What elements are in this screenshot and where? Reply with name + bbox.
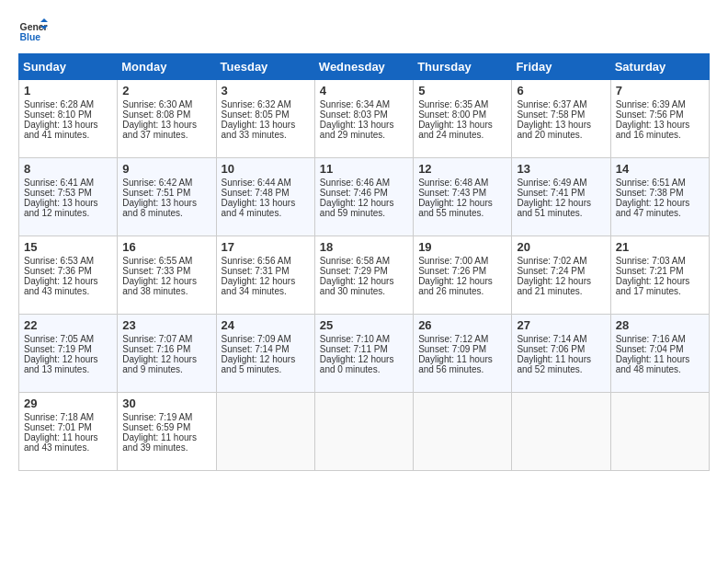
daylight-text: Daylight: 12 hours and 38 minutes. bbox=[122, 276, 197, 296]
day-number: 9 bbox=[122, 162, 210, 176]
sunset-text: Sunset: 7:38 PM bbox=[616, 188, 684, 198]
sunset-text: Sunset: 7:48 PM bbox=[222, 188, 290, 198]
calendar-cell: 18 Sunrise: 6:58 AM Sunset: 7:29 PM Dayl… bbox=[314, 236, 413, 315]
day-number: 18 bbox=[320, 240, 408, 254]
day-number: 13 bbox=[517, 162, 605, 176]
day-number: 28 bbox=[616, 318, 704, 332]
daylight-text: Daylight: 12 hours and 5 minutes. bbox=[222, 354, 296, 374]
calendar-body: 1 Sunrise: 6:28 AM Sunset: 8:10 PM Dayli… bbox=[19, 80, 710, 471]
sunrise-text: Sunrise: 7:16 AM bbox=[616, 334, 686, 344]
daylight-text: Daylight: 13 hours and 24 minutes. bbox=[418, 120, 493, 140]
day-number: 7 bbox=[616, 84, 704, 98]
daylight-text: Daylight: 12 hours and 55 minutes. bbox=[418, 198, 493, 218]
logo-icon: General Blue bbox=[18, 18, 48, 44]
sunrise-text: Sunrise: 7:05 AM bbox=[24, 334, 94, 344]
calendar-cell: 29 Sunrise: 7:18 AM Sunset: 7:01 PM Dayl… bbox=[19, 393, 118, 471]
day-number: 10 bbox=[222, 162, 310, 176]
day-number: 21 bbox=[616, 240, 704, 254]
daylight-text: Daylight: 13 hours and 8 minutes. bbox=[122, 198, 197, 218]
svg-marker-2 bbox=[40, 18, 48, 22]
calendar-cell: 25 Sunrise: 7:10 AM Sunset: 7:11 PM Dayl… bbox=[314, 315, 413, 393]
calendar-header-row: SundayMondayTuesdayWednesdayThursdayFrid… bbox=[19, 54, 710, 80]
day-number: 2 bbox=[122, 84, 210, 98]
sunrise-text: Sunrise: 6:30 AM bbox=[122, 99, 192, 109]
calendar-cell: 3 Sunrise: 6:32 AM Sunset: 8:05 PM Dayli… bbox=[216, 80, 314, 158]
day-number: 4 bbox=[320, 84, 408, 98]
day-number: 15 bbox=[24, 240, 112, 254]
day-header-friday: Friday bbox=[512, 54, 610, 80]
calendar-week-row: 1 Sunrise: 6:28 AM Sunset: 8:10 PM Dayli… bbox=[19, 80, 710, 158]
logo: General Blue bbox=[18, 18, 48, 44]
calendar-cell: 4 Sunrise: 6:34 AM Sunset: 8:03 PM Dayli… bbox=[314, 80, 413, 158]
sunrise-text: Sunrise: 6:53 AM bbox=[24, 256, 94, 266]
sunset-text: Sunset: 8:03 PM bbox=[320, 109, 388, 120]
day-number: 1 bbox=[24, 84, 112, 98]
sunrise-text: Sunrise: 6:58 AM bbox=[320, 256, 390, 266]
day-number: 23 bbox=[122, 318, 210, 332]
calendar-cell: 12 Sunrise: 6:48 AM Sunset: 7:43 PM Dayl… bbox=[414, 158, 512, 236]
sunrise-text: Sunrise: 7:00 AM bbox=[418, 256, 488, 266]
daylight-text: Daylight: 12 hours and 51 minutes. bbox=[517, 198, 591, 218]
calendar-week-row: 8 Sunrise: 6:41 AM Sunset: 7:53 PM Dayli… bbox=[19, 158, 710, 236]
sunrise-text: Sunrise: 7:14 AM bbox=[517, 334, 586, 344]
calendar-cell: 15 Sunrise: 6:53 AM Sunset: 7:36 PM Dayl… bbox=[19, 236, 118, 315]
daylight-text: Daylight: 12 hours and 30 minutes. bbox=[320, 276, 394, 296]
sunrise-text: Sunrise: 6:34 AM bbox=[320, 99, 390, 109]
daylight-text: Daylight: 13 hours and 16 minutes. bbox=[616, 120, 690, 140]
sunset-text: Sunset: 8:10 PM bbox=[24, 109, 92, 120]
calendar-cell: 5 Sunrise: 6:35 AM Sunset: 8:00 PM Dayli… bbox=[414, 80, 512, 158]
day-number: 5 bbox=[418, 84, 506, 98]
daylight-text: Daylight: 11 hours and 43 minutes. bbox=[24, 432, 98, 453]
daylight-text: Daylight: 12 hours and 21 minutes. bbox=[517, 276, 591, 296]
page-header: General Blue bbox=[18, 18, 710, 44]
sunset-text: Sunset: 7:09 PM bbox=[418, 344, 486, 354]
day-number: 8 bbox=[24, 162, 112, 176]
sunset-text: Sunset: 7:29 PM bbox=[320, 266, 388, 276]
daylight-text: Daylight: 12 hours and 17 minutes. bbox=[616, 276, 690, 296]
sunrise-text: Sunrise: 6:28 AM bbox=[24, 99, 94, 109]
daylight-text: Daylight: 12 hours and 0 minutes. bbox=[320, 354, 394, 374]
day-header-saturday: Saturday bbox=[610, 54, 709, 80]
calendar-cell: 21 Sunrise: 7:03 AM Sunset: 7:21 PM Dayl… bbox=[610, 236, 709, 315]
daylight-text: Daylight: 13 hours and 41 minutes. bbox=[24, 120, 98, 140]
daylight-text: Daylight: 13 hours and 12 minutes. bbox=[24, 198, 98, 218]
calendar-cell: 27 Sunrise: 7:14 AM Sunset: 7:06 PM Dayl… bbox=[512, 315, 610, 393]
calendar-cell: 26 Sunrise: 7:12 AM Sunset: 7:09 PM Dayl… bbox=[414, 315, 512, 393]
sunset-text: Sunset: 7:21 PM bbox=[616, 266, 684, 276]
calendar-cell: 30 Sunrise: 7:19 AM Sunset: 6:59 PM Dayl… bbox=[118, 393, 216, 471]
daylight-text: Daylight: 12 hours and 47 minutes. bbox=[616, 198, 690, 218]
sunrise-text: Sunrise: 6:46 AM bbox=[320, 178, 390, 188]
sunset-text: Sunset: 7:46 PM bbox=[320, 188, 388, 198]
sunset-text: Sunset: 7:51 PM bbox=[122, 188, 190, 198]
daylight-text: Daylight: 12 hours and 13 minutes. bbox=[24, 354, 98, 374]
day-number: 24 bbox=[222, 318, 310, 332]
calendar-cell: 10 Sunrise: 6:44 AM Sunset: 7:48 PM Dayl… bbox=[216, 158, 314, 236]
day-number: 19 bbox=[418, 240, 506, 254]
sunset-text: Sunset: 6:59 PM bbox=[122, 422, 190, 432]
sunrise-text: Sunrise: 6:51 AM bbox=[616, 178, 686, 188]
calendar-cell: 13 Sunrise: 6:49 AM Sunset: 7:41 PM Dayl… bbox=[512, 158, 610, 236]
daylight-text: Daylight: 11 hours and 39 minutes. bbox=[122, 432, 197, 453]
calendar-cell: 22 Sunrise: 7:05 AM Sunset: 7:19 PM Dayl… bbox=[19, 315, 118, 393]
sunset-text: Sunset: 7:16 PM bbox=[122, 344, 190, 354]
sunrise-text: Sunrise: 6:37 AM bbox=[517, 99, 586, 109]
day-header-wednesday: Wednesday bbox=[314, 54, 413, 80]
calendar-cell: 9 Sunrise: 6:42 AM Sunset: 7:51 PM Dayli… bbox=[118, 158, 216, 236]
calendar-cell: 19 Sunrise: 7:00 AM Sunset: 7:26 PM Dayl… bbox=[414, 236, 512, 315]
calendar-cell: 16 Sunrise: 6:55 AM Sunset: 7:33 PM Dayl… bbox=[118, 236, 216, 315]
sunrise-text: Sunrise: 7:03 AM bbox=[616, 256, 686, 266]
calendar-week-row: 22 Sunrise: 7:05 AM Sunset: 7:19 PM Dayl… bbox=[19, 315, 710, 393]
sunset-text: Sunset: 7:53 PM bbox=[24, 188, 92, 198]
daylight-text: Daylight: 12 hours and 34 minutes. bbox=[222, 276, 296, 296]
calendar-cell: 20 Sunrise: 7:02 AM Sunset: 7:24 PM Dayl… bbox=[512, 236, 610, 315]
sunset-text: Sunset: 7:19 PM bbox=[24, 344, 92, 354]
daylight-text: Daylight: 11 hours and 56 minutes. bbox=[418, 354, 493, 374]
calendar-table: SundayMondayTuesdayWednesdayThursdayFrid… bbox=[18, 53, 710, 471]
sunset-text: Sunset: 7:24 PM bbox=[517, 266, 585, 276]
daylight-text: Daylight: 13 hours and 4 minutes. bbox=[222, 198, 296, 218]
day-number: 20 bbox=[517, 240, 605, 254]
calendar-cell: 28 Sunrise: 7:16 AM Sunset: 7:04 PM Dayl… bbox=[610, 315, 709, 393]
sunrise-text: Sunrise: 7:12 AM bbox=[418, 334, 488, 344]
calendar-cell bbox=[512, 393, 610, 471]
sunset-text: Sunset: 7:11 PM bbox=[320, 344, 388, 354]
